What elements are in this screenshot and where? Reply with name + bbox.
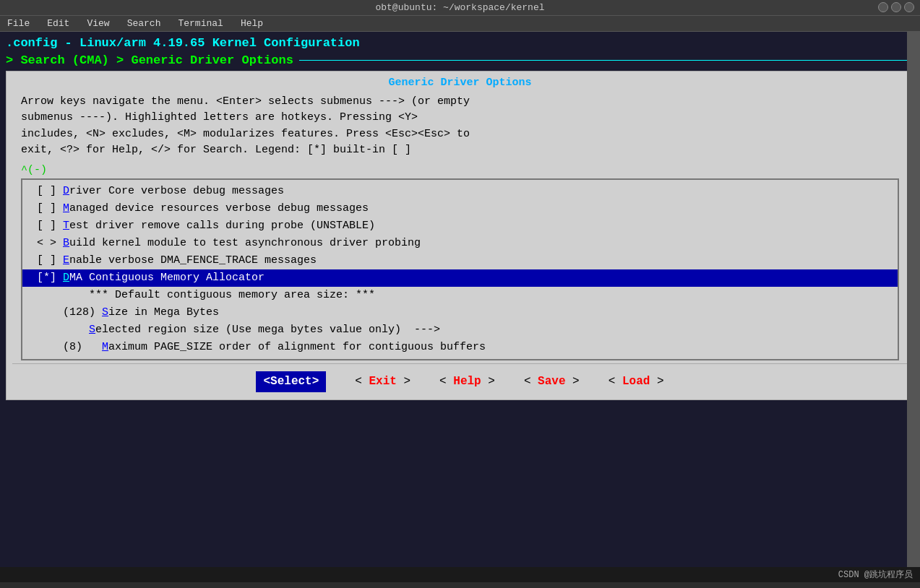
menu-item-dma-cma[interactable]: [*] DMA Contiguous Memory Allocator xyxy=(22,269,898,287)
menu-item-max-page-size[interactable]: (8) Maximum PAGE_SIZE order of alignment… xyxy=(22,339,898,356)
dialog-title: Generic Driver Options xyxy=(7,72,913,92)
menubar: File Edit View Search Terminal Help xyxy=(0,16,920,32)
load-button[interactable]: < Load > xyxy=(609,373,664,391)
window-controls xyxy=(878,2,914,12)
status-text: CSDN @跳坑程序员 xyxy=(838,570,913,580)
breadcrumb: > Search (CMA) > Generic Driver Options xyxy=(6,52,914,69)
breadcrumb-text: > Search (CMA) > Generic Driver Options xyxy=(6,52,293,69)
hotkey-d2: D xyxy=(63,272,69,284)
menu-item-selected-region[interactable]: Selected region size (Use mega bytes val… xyxy=(22,321,898,339)
hotkey-s1: S xyxy=(102,306,108,319)
terminal: .config - Linux/arm 4.19.65 Kernel Confi… xyxy=(0,32,920,582)
menu-item-size-mb[interactable]: (128) Size in Mega Bytes xyxy=(22,304,898,321)
titlebar: obt@ubuntu: ~/workspace/kernel xyxy=(0,0,920,16)
help-button[interactable]: < Help > xyxy=(439,373,495,391)
config-title: .config - Linux/arm 4.19.65 Kernel Confi… xyxy=(6,35,914,52)
menu-item-enable-verbose[interactable]: [ ] Enable verbose DMA_FENCE_TRACE messa… xyxy=(22,252,898,269)
menu-view[interactable]: View xyxy=(84,17,112,30)
status-bar: CSDN @跳坑程序员 xyxy=(0,567,920,582)
maximize-button[interactable] xyxy=(891,2,901,12)
scrollbar[interactable] xyxy=(907,32,920,582)
menu-list[interactable]: [ ] Driver Core verbose debug messages [… xyxy=(21,178,899,360)
hotkey-e: E xyxy=(63,254,69,267)
menu-search[interactable]: Search xyxy=(124,17,164,30)
window-title: obt@ubuntu: ~/workspace/kernel xyxy=(375,2,544,13)
dialog-box: Generic Driver Options Arrow keys naviga… xyxy=(6,71,914,400)
hotkey-m2: M xyxy=(102,341,108,353)
scroll-indicator-text: ^(-) xyxy=(21,164,47,176)
scroll-indicator: ^(-) xyxy=(7,162,913,178)
minimize-button[interactable] xyxy=(878,2,888,12)
help-line-1: Arrow keys navigate the menu. <Enter> se… xyxy=(21,94,899,111)
exit-button[interactable]: < Exit > xyxy=(355,373,410,391)
header-section: .config - Linux/arm 4.19.65 Kernel Confi… xyxy=(0,32,920,71)
hotkey-m1: M xyxy=(63,202,69,215)
select-button[interactable]: <Select> xyxy=(256,371,326,392)
menu-item-build-kernel[interactable]: < > Build kernel module to test asynchro… xyxy=(22,235,898,252)
menu-item-managed-device[interactable]: [ ] Managed device resources verbose deb… xyxy=(22,200,898,217)
help-line-4: exit, <?> for Help, </> for Search. Lege… xyxy=(21,142,899,159)
menu-file[interactable]: File xyxy=(4,17,33,30)
help-line-2: submenus ----). Highlighted letters are … xyxy=(21,110,899,126)
menu-item-test-driver[interactable]: [ ] Test driver remove calls during prob… xyxy=(22,217,898,235)
save-button[interactable]: < Save > xyxy=(524,373,580,391)
menu-edit[interactable]: Edit xyxy=(44,17,72,30)
hotkey-t: T xyxy=(63,220,69,232)
help-line-3: includes, <N> excludes, <M> modularizes … xyxy=(21,126,899,143)
dialog-help: Arrow keys navigate the menu. <Enter> se… xyxy=(7,92,913,162)
hotkey-d: D xyxy=(63,185,69,197)
menu-item-default-size: *** Default contiguous memory area size:… xyxy=(22,287,898,304)
hotkey-b: B xyxy=(63,237,69,249)
close-button[interactable] xyxy=(904,2,914,12)
hotkey-s2: S xyxy=(89,324,95,336)
menu-help[interactable]: Help xyxy=(238,17,266,30)
button-bar: <Select> < Exit > < Help > < Save > < Lo… xyxy=(12,363,908,399)
menu-terminal[interactable]: Terminal xyxy=(175,17,225,30)
menu-item-driver-core[interactable]: [ ] Driver Core verbose debug messages xyxy=(22,183,898,200)
